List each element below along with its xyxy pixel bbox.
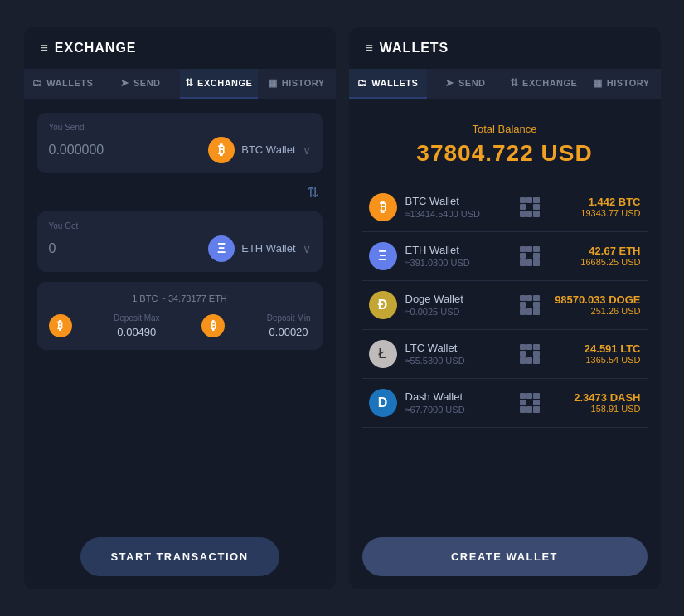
wallet-list: ₿ BTC Wallet ≈13414.5400 USD 1.442 BTC 1… [362, 183, 648, 521]
exchange-menu-icon[interactable]: ≡ [41, 41, 48, 56]
send-label: You Send [49, 123, 311, 132]
wallets-tab-bar: 🗂 WALLETS ➤ SEND ⇅ EXCHANGE ▦ HISTORY [349, 69, 661, 99]
wallet-item-dash[interactable]: D Dash Wallet ≈67.7000 USD 2.3473 DASH 1… [362, 379, 648, 428]
total-balance-amount: 37804.722 USD [362, 140, 648, 167]
exchange-tab-wallets[interactable]: 🗂 WALLETS [24, 69, 102, 99]
send-currency-name: BTC Wallet [241, 143, 295, 156]
doge-wallet-info: Doge Wallet ≈0.0025 USD [405, 293, 510, 317]
doge-wallet-icon: Ð [369, 291, 397, 319]
wallets-tab-icon: 🗂 [32, 77, 43, 89]
wallets-tab-wallets[interactable]: 🗂 WALLETS [349, 69, 427, 99]
wallets-tab-send-label: SEND [458, 78, 486, 88]
app-container: ≡ EXCHANGE 🗂 WALLETS ➤ SEND ⇅ EXCHANGE ▦… [11, 14, 674, 603]
wallet-item-doge[interactable]: Ð Doge Wallet ≈0.0025 USD 98570.033 DOGE… [362, 281, 648, 330]
get-currency-selector[interactable]: Ξ ETH Wallet ∨ [208, 235, 310, 262]
eth-qr-icon[interactable] [518, 245, 541, 268]
send-input[interactable] [49, 143, 148, 158]
w-history-tab-icon: ▦ [593, 77, 603, 89]
exchange-tab-bar: 🗂 WALLETS ➤ SEND ⇅ EXCHANGE ▦ HISTORY [24, 69, 336, 99]
wallet-item-btc[interactable]: ₿ BTC Wallet ≈13414.5400 USD 1.442 BTC 1… [362, 183, 648, 232]
get-currency-name: ETH Wallet [241, 242, 295, 255]
eth-wallet-balance: 42.67 ETH 16685.25 USD [550, 245, 641, 267]
swap-arrows-icon[interactable]: ⇅ [307, 183, 319, 201]
btc-send-icon: ₿ [208, 137, 235, 163]
start-transaction-button[interactable]: START TRANSACTION [80, 537, 279, 576]
exchange-title: EXCHANGE [55, 41, 137, 56]
get-chevron-icon: ∨ [303, 242, 311, 255]
wallets-tab-history-label: HISTORY [607, 78, 650, 88]
ltc-usd-amount: 1365.54 USD [550, 355, 641, 365]
btc-wallet-usd: ≈13414.5400 USD [405, 209, 510, 219]
get-row: Ξ ETH Wallet ∨ [49, 235, 311, 262]
btc-qr-icon[interactable] [518, 196, 541, 219]
wallets-title: WALLETS [380, 41, 449, 56]
get-input[interactable] [49, 241, 148, 256]
dash-wallet-icon: D [369, 389, 397, 417]
btc-wallet-name: BTC Wallet [405, 195, 510, 207]
create-wallet-button[interactable]: CREATE WALLET [362, 537, 648, 576]
w-exchange-tab-icon: ⇅ [510, 77, 519, 89]
history-tab-icon: ▦ [268, 77, 278, 89]
send-currency-selector[interactable]: ₿ BTC Wallet ∨ [208, 137, 310, 163]
doge-crypto-amount: 98570.033 DOGE [550, 293, 641, 306]
btc-wallet-icon: ₿ [369, 193, 397, 221]
total-balance-label: Total Balance [362, 123, 648, 135]
doge-qr-icon[interactable] [518, 293, 541, 317]
get-label: You Get [49, 221, 311, 230]
dash-wallet-usd: ≈67.7000 USD [405, 405, 510, 415]
deposit-max-col: Deposit Max 0.00490 [114, 313, 160, 338]
wallets-panel: ≡ WALLETS 🗂 WALLETS ➤ SEND ⇅ EXCHANGE ▦ … [349, 27, 661, 589]
dash-wallet-name: Dash Wallet [405, 390, 510, 403]
doge-wallet-name: Doge Wallet [405, 293, 510, 305]
exchange-tab-send[interactable]: ➤ SEND [102, 69, 180, 99]
wallets-tab-exchange[interactable]: ⇅ EXCHANGE [505, 69, 583, 99]
wallets-tab-send[interactable]: ➤ SEND [427, 69, 505, 99]
dash-wallet-info: Dash Wallet ≈67.7000 USD [405, 390, 510, 415]
wallets-menu-icon[interactable]: ≡ [366, 41, 373, 56]
eth-crypto-amount: 42.67 ETH [550, 245, 641, 257]
wallets-tab-exchange-label: EXCHANGE [522, 78, 577, 88]
eth-wallet-icon: Ξ [369, 242, 397, 270]
w-wallets-tab-icon: 🗂 [357, 77, 368, 89]
eth-wallet-name: ETH Wallet [405, 244, 510, 256]
ltc-qr-icon[interactable] [518, 342, 541, 366]
wallets-header: ≡ WALLETS [349, 27, 661, 69]
ltc-wallet-name: LTC Wallet [405, 342, 510, 354]
wallets-tab-history[interactable]: ▦ HISTORY [583, 69, 661, 99]
exchange-tab-exchange[interactable]: ⇅ EXCHANGE [180, 69, 258, 99]
eth-get-icon: Ξ [208, 235, 235, 262]
doge-wallet-usd: ≈0.0025 USD [405, 307, 510, 317]
wallets-body: Total Balance 37804.722 USD ₿ BTC Wallet… [349, 99, 661, 589]
ltc-crypto-amount: 24.591 LTC [550, 342, 641, 355]
exchange-tab-history[interactable]: ▦ HISTORY [258, 69, 336, 99]
exchange-tab-icon: ⇅ [185, 77, 194, 89]
wallets-tab-wallets-label: WALLETS [371, 78, 418, 88]
dash-qr-icon[interactable] [518, 391, 541, 415]
dash-usd-amount: 158.91 USD [550, 404, 641, 414]
swap-arrow-row: ⇅ [37, 183, 323, 201]
rate-details: ₿ Deposit Max 0.00490 ₿ Deposit Min 0.00… [49, 313, 311, 338]
get-field: You Get Ξ ETH Wallet ∨ [37, 211, 323, 272]
btc-wallet-balance: 1.442 BTC 19343.77 USD [550, 196, 641, 218]
exchange-tab-exchange-label: EXCHANGE [197, 78, 252, 88]
btc-usd-amount: 19343.77 USD [550, 208, 641, 218]
wallet-item-eth[interactable]: Ξ ETH Wallet ≈391.0300 USD 42.67 ETH 166… [362, 232, 648, 281]
send-tab-icon: ➤ [120, 77, 129, 89]
ltc-wallet-usd: ≈55.5300 USD [405, 356, 510, 366]
eth-wallet-info: ETH Wallet ≈391.0300 USD [405, 244, 510, 268]
deposit-max-icon: ₿ [49, 314, 72, 337]
exchange-header: ≡ EXCHANGE [24, 27, 336, 69]
exchange-panel: ≡ EXCHANGE 🗂 WALLETS ➤ SEND ⇅ EXCHANGE ▦… [24, 27, 336, 589]
wallet-item-ltc[interactable]: Ł LTC Wallet ≈55.5300 USD 24.591 LTC 136… [362, 330, 648, 379]
exchange-tab-wallets-label: WALLETS [46, 78, 93, 88]
ltc-wallet-balance: 24.591 LTC 1365.54 USD [550, 342, 641, 365]
deposit-min-value: 0.00020 [269, 326, 308, 338]
deposit-min-col: Deposit Min 0.00020 [267, 313, 311, 338]
btc-crypto-amount: 1.442 BTC [550, 196, 641, 208]
dash-crypto-amount: 2.3473 DASH [550, 391, 641, 404]
w-send-tab-icon: ➤ [445, 77, 454, 89]
eth-usd-amount: 16685.25 USD [550, 257, 641, 267]
send-row: ₿ BTC Wallet ∨ [49, 137, 311, 163]
rate-box: 1 BTC ~ 34.73177 ETH ₿ Deposit Max 0.004… [37, 282, 323, 350]
exchange-body: You Send ₿ BTC Wallet ∨ ⇅ You Get [24, 99, 336, 589]
